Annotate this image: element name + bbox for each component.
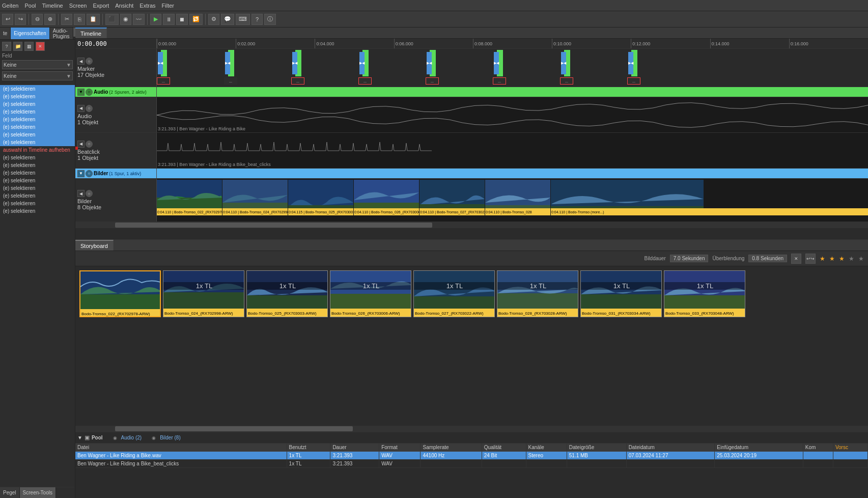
beatclick-content[interactable]: 3:21.393 | Ben Wagner - Like Riding a Bi… bbox=[157, 133, 868, 168]
col-dateidatum[interactable]: Dateidatum bbox=[626, 444, 715, 452]
tab-audio-plugins[interactable]: Audio-Plugins bbox=[50, 27, 73, 39]
col-format[interactable]: Format bbox=[379, 444, 421, 452]
transition-icon[interactable]: ✕ bbox=[791, 254, 801, 264]
menu-pool[interactable]: Pool bbox=[24, 3, 36, 9]
storyboard-item-8[interactable]: 1x TL Bodo-Tromso_033_(RX703048-ARW) bbox=[664, 270, 745, 317]
cut-btn[interactable]: ✂ bbox=[61, 14, 72, 25]
list-item-12[interactable]: (e) selektieren bbox=[0, 177, 75, 184]
properties-icon-btn[interactable]: ▦ bbox=[24, 42, 34, 51]
curve-icon[interactable]: ↩↪ bbox=[805, 254, 816, 264]
bilder-mute-btn[interactable]: ○ bbox=[86, 170, 93, 177]
chat-btn[interactable]: 💬 bbox=[221, 14, 234, 25]
list-item-6[interactable]: (e) selektieren bbox=[0, 123, 75, 131]
col-dauer[interactable]: Dauer bbox=[330, 444, 379, 452]
marker-track-content[interactable]: ▶◀ ... ▶◀ ... bbox=[157, 49, 868, 87]
storyboard-item-5[interactable]: 1x TL Bodo-Tromso_027_(RX703022-ARW) bbox=[413, 270, 495, 317]
col-qualitaet[interactable]: Qualität bbox=[482, 444, 526, 452]
menu-extras[interactable]: Extras bbox=[139, 3, 155, 9]
storyboard-item-6[interactable]: 1x TL Bodo-Tromso_028_(RX703028-ARW) bbox=[497, 270, 578, 317]
help-icon-btn[interactable]: ? bbox=[2, 42, 11, 51]
bilder-thumb-content[interactable]: 0:04.110 | Bodo-Tromso_022_(RX702978-AR … bbox=[157, 179, 868, 222]
redo-btn[interactable]: ↪ bbox=[15, 14, 26, 25]
marker-mute-btn[interactable]: ○ bbox=[86, 58, 93, 65]
star-5[interactable]: ★ bbox=[858, 255, 864, 262]
list-item-4[interactable]: (e) selektieren bbox=[0, 108, 75, 116]
list-item-special[interactable]: auswahl in Timeline aufheben bbox=[0, 146, 75, 154]
audio-wave-content[interactable]: 3:21.393 | Ben Wagner - Like Riding a Bi… bbox=[157, 97, 868, 132]
audio-collapse-btn[interactable]: ▼ bbox=[77, 89, 85, 96]
pause-btn[interactable]: ⏸ bbox=[163, 14, 175, 25]
col-benutzt[interactable]: Benutzt bbox=[287, 444, 330, 452]
ueberblendung-value[interactable]: 0.8 Sekunden bbox=[748, 255, 787, 262]
storyboard-item-2[interactable]: 1x TL Bodo-Tromso_024_(RX702998-ARW) bbox=[163, 270, 244, 317]
audio-wave-mute-btn[interactable]: ○ bbox=[86, 105, 93, 112]
timeline-tab[interactable]: Timeline bbox=[75, 27, 107, 38]
wave-btn[interactable]: 〰 bbox=[133, 14, 145, 25]
col-kanaele[interactable]: Kanäle bbox=[526, 444, 567, 452]
bilddauer-value[interactable]: 7.0 Sekunden bbox=[670, 255, 709, 262]
star-1[interactable]: ★ bbox=[820, 255, 825, 262]
audio-mute-btn[interactable]: ○ bbox=[86, 89, 93, 96]
pool-row-1[interactable]: Ben Wagner - Like Riding a Bike.wav 1x T… bbox=[75, 452, 868, 460]
beatclick-prev-btn[interactable]: ◀ bbox=[77, 141, 85, 148]
star-2[interactable]: ★ bbox=[829, 255, 835, 262]
paste-btn[interactable]: 📋 bbox=[87, 14, 100, 25]
col-preview[interactable]: Vorsc bbox=[833, 444, 867, 452]
stop-btn[interactable]: ⏹ bbox=[176, 14, 188, 25]
copy-btn[interactable]: ⎘ bbox=[74, 14, 85, 25]
list-item-13[interactable]: (e) selektieren bbox=[0, 184, 75, 192]
help-btn[interactable]: ? bbox=[251, 14, 263, 25]
bilder-collapse-btn[interactable]: ▼ bbox=[77, 170, 85, 177]
timeline-scrollbar[interactable] bbox=[75, 222, 868, 228]
storyboard-item-4[interactable]: 1x TL Bodo-Tromso_026_(RX703006-ARW) bbox=[330, 270, 411, 317]
storyboard-item-3[interactable]: 1x TL Bodo-Tromso_025_(RX703003-ARW) bbox=[246, 270, 328, 317]
close-btn[interactable]: ✕ bbox=[36, 42, 45, 51]
tab-eigenschaften[interactable]: Eigenschaften bbox=[11, 27, 49, 39]
col-einfuegedatum[interactable]: Einfügedatum bbox=[715, 444, 803, 452]
zoom-out-btn[interactable]: ⊖ bbox=[32, 14, 43, 25]
menu-timeline[interactable]: Timeline bbox=[42, 3, 63, 9]
pool-expand-btn[interactable]: ▼ bbox=[77, 435, 82, 440]
zoom-in-btn[interactable]: ⊕ bbox=[44, 14, 55, 25]
list-item-16[interactable]: (e) selektieren bbox=[0, 207, 75, 215]
list-item-2[interactable]: (e) selektieren bbox=[0, 93, 75, 100]
tab-te[interactable]: te bbox=[0, 27, 11, 39]
pool-audio-item[interactable]: Audio (2) bbox=[121, 435, 142, 440]
col-dateigroesse[interactable]: Dateigröße bbox=[567, 444, 626, 452]
list-item-3[interactable]: (e) selektieren bbox=[0, 100, 75, 108]
dropdown2[interactable]: Keine ▼ bbox=[2, 71, 73, 80]
folder-icon-btn[interactable]: 📁 bbox=[13, 42, 22, 51]
bilder-prev-btn[interactable]: ◀ bbox=[77, 190, 85, 197]
timeline-scrollbar-thumb[interactable] bbox=[115, 223, 432, 228]
menu-export[interactable]: Export bbox=[93, 3, 109, 9]
undo-btn[interactable]: ↩ bbox=[2, 14, 13, 25]
menu-geiten[interactable]: Geiten bbox=[2, 3, 18, 9]
storyboard-item-7[interactable]: 1x TL Bodo-Tromso_031_(RX703034-ARW) bbox=[580, 270, 662, 317]
menu-filter[interactable]: Filter bbox=[162, 3, 174, 9]
trim-btn[interactable]: ⬛ bbox=[105, 14, 119, 25]
list-item-8[interactable]: (e) selektieren bbox=[0, 139, 75, 146]
col-samplerate[interactable]: Samplerate bbox=[421, 444, 482, 452]
storyboard-item-1[interactable]: Bodo-Tromso_022_(RX702978-ARW) bbox=[79, 270, 161, 317]
beatclick-mute-btn[interactable]: ○ bbox=[86, 141, 93, 148]
list-item-10[interactable]: (e) selektieren bbox=[0, 161, 75, 169]
normalize-btn[interactable]: ◉ bbox=[120, 14, 131, 25]
star-3[interactable]: ★ bbox=[839, 255, 845, 262]
keyboard-btn[interactable]: ⌨ bbox=[236, 14, 250, 25]
col-datei[interactable]: Datei bbox=[75, 444, 287, 452]
loop-btn[interactable]: 🔁 bbox=[189, 14, 203, 25]
pool-row-2[interactable]: Ben Wagner - Like Riding a Bike_beat_cli… bbox=[75, 460, 868, 468]
menu-ansicht[interactable]: Ansicht bbox=[115, 3, 133, 9]
list-item-7[interactable]: (e) selektieren bbox=[0, 131, 75, 139]
dropdown1[interactable]: Keine ▼ bbox=[2, 60, 73, 69]
screen-tools-tab[interactable]: Screen-Tools bbox=[20, 487, 56, 498]
list-item-14[interactable]: (e) selektieren bbox=[0, 192, 75, 200]
star-4[interactable]: ★ bbox=[849, 255, 854, 262]
audio-prev-btn[interactable]: ◀ bbox=[77, 105, 85, 112]
play-btn[interactable]: ▶ bbox=[150, 14, 161, 25]
pool-bilder-item[interactable]: Bilder (8) bbox=[160, 435, 181, 440]
marker-prev-btn[interactable]: ◀ bbox=[77, 58, 85, 65]
list-item-9[interactable]: (e) selektieren bbox=[0, 154, 75, 161]
pegel-tab[interactable]: Pegel bbox=[0, 487, 20, 498]
storyboard-tab[interactable]: Storyboard bbox=[75, 240, 114, 251]
